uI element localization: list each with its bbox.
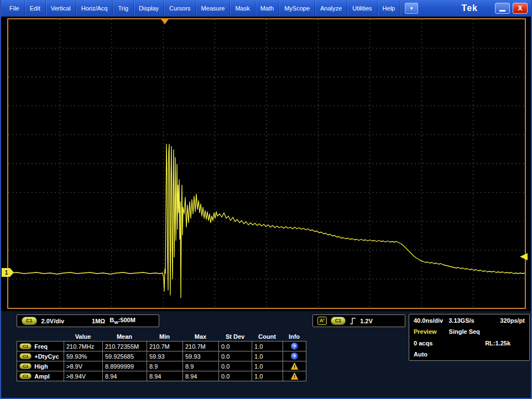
- table-row: C1 Ampl >8.94V 8.94 8.94 8.94 0.0 1.0 !: [17, 371, 306, 381]
- min-cell: 8.94: [147, 371, 183, 381]
- measurement-table: Value Mean Min Max St Dev Count Info C1 …: [17, 332, 306, 381]
- measurement-name: Ampl: [34, 373, 50, 380]
- count-cell: 1.0: [252, 342, 283, 351]
- value-cell: 59.93%: [64, 351, 103, 361]
- menu-dropdown-button[interactable]: ▼: [405, 3, 418, 14]
- close-icon: X: [518, 4, 522, 12]
- menu-item-vertical[interactable]: Vertical: [46, 1, 76, 16]
- impedance-value: 1MΩ: [92, 318, 105, 324]
- channel-readout[interactable]: C1 2.0V/div 1MΩ BW:500M: [17, 314, 159, 327]
- menu-item-horiz-acq[interactable]: Horiz/Acq: [76, 1, 113, 16]
- channel-badge[interactable]: C1: [22, 317, 37, 325]
- graticule-frame: 1: [7, 18, 526, 309]
- max-cell: 59.93: [183, 351, 219, 361]
- tek-logo: Tek: [462, 3, 478, 13]
- stdev-cell: 0.0: [219, 371, 252, 381]
- channel-badge: C1: [19, 343, 32, 350]
- info-cell: !: [283, 361, 306, 371]
- menu-item-mask[interactable]: Mask: [230, 1, 255, 16]
- info-cell: ?: [283, 342, 306, 351]
- bottom-panel: C1 2.0V/div 1MΩ BW:500M A' C1 1.2V 40.0n…: [1, 311, 531, 398]
- minimize-button[interactable]: [495, 3, 510, 14]
- menu-item-analyze[interactable]: Analyze: [315, 1, 347, 16]
- channel-badge: C1: [19, 363, 32, 370]
- mean-cell: 210.72355M: [103, 342, 147, 351]
- menu-item-utilities[interactable]: Utilities: [347, 1, 377, 16]
- col-header-info: Info: [283, 333, 306, 340]
- count-cell: 1.0: [252, 371, 283, 381]
- question-icon[interactable]: ?: [291, 353, 298, 360]
- measurement-name: Freq: [34, 343, 48, 350]
- col-header-max: Max: [182, 333, 218, 340]
- trigger-source-badge[interactable]: C1: [331, 317, 346, 325]
- max-cell: 8.94: [183, 371, 219, 381]
- measurement-name-cell: C1 Ampl: [17, 371, 64, 381]
- menu-item-cursors[interactable]: Cursors: [164, 1, 196, 16]
- menu-item-edit[interactable]: Edit: [25, 1, 46, 16]
- min-cell: 210.7M: [147, 342, 183, 351]
- plot-area: 1: [8, 19, 525, 308]
- min-cell: 8.9: [147, 361, 183, 371]
- acquisition-mode: Single Seq: [449, 328, 480, 335]
- record-length: RL:1.25k: [485, 340, 525, 347]
- menu-bar: File Edit Vertical Horiz/Acq Trig Displa…: [1, 0, 531, 17]
- warning-icon[interactable]: !: [291, 363, 299, 370]
- col-header-value: Value: [64, 333, 102, 340]
- chevron-down-icon: ▼: [409, 6, 414, 11]
- trigger-level-value: 1.2V: [360, 318, 373, 324]
- measurement-table-header: Value Mean Min Max St Dev Count Info: [17, 332, 306, 341]
- stdev-cell: 0.0: [219, 351, 252, 361]
- trigger-position-marker[interactable]: [160, 18, 169, 24]
- min-cell: 59.93: [147, 351, 183, 361]
- count-cell: 1.0: [252, 351, 283, 361]
- graticule-grid: [8, 19, 525, 308]
- menu-item-file[interactable]: File: [4, 1, 25, 16]
- trigger-mode: Auto: [414, 351, 427, 358]
- menu-item-help[interactable]: Help: [378, 1, 401, 16]
- menu-item-measure[interactable]: Measure: [196, 1, 231, 16]
- menu-item-display[interactable]: Display: [134, 1, 164, 16]
- minimize-icon: [499, 10, 505, 12]
- menu-item-myscope[interactable]: MyScope: [279, 1, 315, 16]
- menu-item-math[interactable]: Math: [255, 1, 279, 16]
- measurement-name: +DtyCyc: [34, 353, 59, 360]
- display-area: 1: [1, 17, 531, 311]
- input-settings: 1MΩ BW:500M: [92, 317, 135, 325]
- info-cell: ?: [283, 351, 306, 361]
- value-cell: >8.94V: [64, 371, 103, 381]
- channel-badge: C1: [19, 353, 32, 360]
- col-header-count: Count: [252, 333, 283, 340]
- close-button[interactable]: X: [513, 3, 528, 14]
- max-cell: 210.7M: [183, 342, 219, 351]
- measurement-table-body: C1 Freq 210.7MHz 210.72355M 210.7M 210.7…: [17, 341, 306, 381]
- channel-badge: C1: [19, 373, 32, 380]
- horizontal-readout[interactable]: 40.0ns/div 3.13GS/s 320ps/pt Preview Sin…: [409, 314, 530, 361]
- table-row: C1 Freq 210.7MHz 210.72355M 210.7M 210.7…: [17, 342, 306, 351]
- vertical-scale: 2.0V/div: [41, 318, 65, 324]
- measurement-name-cell: C1 High: [17, 361, 64, 371]
- stdev-cell: 0.0: [219, 342, 252, 351]
- value-cell: >8.9V: [64, 361, 103, 371]
- measurement-name-cell: C1 +DtyCyc: [17, 351, 64, 361]
- col-header-stdev: St Dev: [218, 333, 252, 340]
- mean-cell: 8.8999999: [103, 361, 147, 371]
- count-cell: 1.0: [252, 361, 283, 371]
- info-cell: !: [283, 371, 306, 381]
- rising-edge-icon: [350, 317, 356, 325]
- preview-status: Preview: [414, 328, 437, 335]
- table-row: C1 High >8.9V 8.8999999 8.9 8.9 0.0 1.0 …: [17, 361, 306, 371]
- max-cell: 8.9: [183, 361, 219, 371]
- sample-rate-value: 3.13GS/s: [448, 317, 474, 324]
- mean-cell: 8.94: [103, 371, 147, 381]
- resolution-value: 320ps/pt: [500, 317, 525, 324]
- graticule-svg: [8, 19, 525, 308]
- question-icon[interactable]: ?: [291, 343, 298, 350]
- trigger-readout[interactable]: A' C1 1.2V: [312, 314, 405, 327]
- col-header-mean: Mean: [102, 333, 147, 340]
- menu-item-trig[interactable]: Trig: [113, 1, 134, 16]
- value-cell: 210.7MHz: [64, 342, 103, 351]
- warning-icon[interactable]: !: [291, 372, 299, 380]
- col-header-min: Min: [147, 333, 182, 340]
- measurement-name-cell: C1 Freq: [17, 342, 64, 351]
- acquisition-count: 0 acqs: [414, 340, 432, 347]
